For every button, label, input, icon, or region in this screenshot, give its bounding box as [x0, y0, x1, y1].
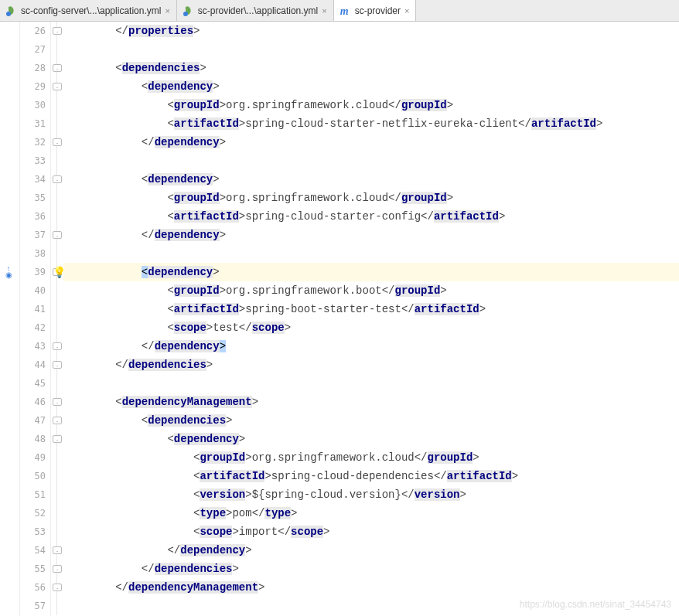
code-line[interactable]: </properties>	[63, 22, 679, 40]
line-number: 30	[20, 96, 46, 114]
tab-label: sc-provider	[355, 5, 401, 16]
fold-toggle[interactable]: -	[53, 27, 62, 35]
line-number: 40	[20, 281, 46, 300]
code-line[interactable]: </dependencyManagement>	[63, 578, 679, 597]
fold-toggle[interactable]: -	[53, 584, 62, 591]
code-line[interactable]: </dependency>	[63, 337, 679, 356]
line-number-gutter: 2627282930313233343536373839404142434445…	[20, 22, 51, 616]
editor-tabs: sc-config-server\...\application.yml ×sc…	[0, 0, 679, 22]
fold-toggle[interactable]: -	[53, 175, 62, 183]
line-number: 48	[20, 430, 46, 448]
editor-area: ↑◉ 2627282930313233343536373839404142434…	[0, 22, 679, 616]
code-line[interactable]: <type>pom</type>	[63, 504, 679, 522]
intention-bulb-icon[interactable]: 💡	[53, 266, 66, 279]
code-line[interactable]: <dependencies>	[63, 59, 679, 77]
code-line[interactable]: </dependencies>	[63, 356, 679, 374]
code-line[interactable]: <scope>import</scope>	[63, 522, 679, 541]
line-number: 47	[20, 411, 46, 430]
code-line[interactable]	[63, 40, 679, 59]
line-number: 41	[20, 300, 46, 318]
fold-toggle[interactable]: -	[53, 417, 62, 424]
fold-toggle[interactable]: -	[53, 398, 62, 406]
code-line[interactable]: <artifactId>spring-cloud-dependencies</a…	[63, 467, 679, 485]
fold-toggle[interactable]: -	[53, 546, 62, 554]
tab-label: sc-provider\...\application.yml	[198, 5, 318, 16]
fold-column: ---------------	[51, 22, 63, 616]
tab-1[interactable]: sc-provider\...\application.yml ×	[177, 0, 334, 21]
code-line[interactable]: </dependency>	[63, 133, 679, 151]
fold-toggle[interactable]: -	[53, 64, 62, 72]
line-number: 46	[20, 393, 46, 411]
yaml-file-icon	[6, 5, 17, 16]
code-line[interactable]: <scope>test</scope>	[63, 318, 679, 337]
code-line[interactable]: <artifactId>spring-cloud-starter-config<…	[63, 207, 679, 226]
code-line[interactable]: <groupId>org.springframework.cloud</grou…	[63, 96, 679, 114]
code-line[interactable]	[63, 151, 679, 170]
line-number: 45	[20, 374, 46, 393]
line-number: 52	[20, 504, 46, 522]
line-number: 42	[20, 318, 46, 337]
watermark-text: https://blog.csdn.net/sinat_34454743	[520, 599, 671, 610]
code-line[interactable]: <dependency>	[63, 263, 679, 281]
line-number: 33	[20, 151, 46, 170]
fold-toggle[interactable]: -	[53, 435, 62, 443]
marker-column: ↑◉	[0, 22, 20, 616]
line-number: 36	[20, 207, 46, 226]
line-number: 26	[20, 22, 46, 40]
code-line[interactable]	[63, 244, 679, 263]
code-line[interactable]: </dependency>	[63, 226, 679, 244]
line-number: 32	[20, 133, 46, 151]
code-line[interactable]: <dependencyManagement>	[63, 393, 679, 411]
line-number: 27	[20, 40, 46, 59]
code-line[interactable]	[63, 374, 679, 393]
line-number: 49	[20, 448, 46, 467]
code-line[interactable]: <groupId>org.springframework.boot</group…	[63, 281, 679, 300]
line-number: 44	[20, 356, 46, 374]
line-number: 56	[20, 578, 46, 597]
code-line[interactable]: <dependency>	[63, 430, 679, 448]
fold-toggle[interactable]: -	[53, 342, 62, 350]
code-line[interactable]: <dependency>	[63, 77, 679, 96]
line-number: 38	[20, 244, 46, 263]
yaml-file-icon	[183, 5, 194, 16]
fold-toggle[interactable]: -	[53, 565, 62, 573]
line-number: 57	[20, 597, 46, 615]
line-number: 39	[20, 263, 46, 281]
code-line[interactable]: <artifactId>spring-cloud-starter-netflix…	[63, 114, 679, 133]
code-area[interactable]: </properties> <dependencies> <dependency…	[63, 22, 679, 616]
close-icon[interactable]: ×	[165, 6, 169, 15]
code-line[interactable]: <dependencies>	[63, 411, 679, 430]
tab-0[interactable]: sc-config-server\...\application.yml ×	[0, 0, 177, 21]
code-line[interactable]: <artifactId>spring-boot-starter-test</ar…	[63, 300, 679, 318]
close-icon[interactable]: ×	[322, 6, 326, 15]
code-line[interactable]: <version>${spring-cloud.version}</versio…	[63, 485, 679, 504]
line-number: 55	[20, 560, 46, 578]
code-line[interactable]: <dependency>	[63, 170, 679, 189]
line-number: 31	[20, 114, 46, 133]
maven-file-icon: m	[340, 5, 351, 16]
close-icon[interactable]: ×	[404, 6, 409, 15]
code-line[interactable]: </dependency>	[63, 541, 679, 560]
fold-toggle[interactable]: -	[53, 361, 62, 369]
tab-label: sc-config-server\...\application.yml	[21, 5, 161, 16]
line-number: 29	[20, 77, 46, 96]
code-line[interactable]: </dependencies>	[63, 560, 679, 578]
fold-toggle[interactable]: -	[53, 138, 62, 146]
tab-2[interactable]: msc-provider ×	[334, 0, 417, 21]
fold-toggle[interactable]: -	[53, 83, 62, 90]
line-number: 35	[20, 189, 46, 207]
line-number: 34	[20, 170, 46, 189]
line-number: 53	[20, 522, 46, 541]
code-line[interactable]: <groupId>org.springframework.cloud</grou…	[63, 448, 679, 467]
line-number: 50	[20, 467, 46, 485]
line-number: 51	[20, 485, 46, 504]
code-line[interactable]: <groupId>org.springframework.cloud</grou…	[63, 189, 679, 207]
fold-toggle[interactable]: -	[53, 231, 62, 239]
line-number: 37	[20, 226, 46, 244]
override-icon[interactable]: ↑◉	[5, 266, 12, 278]
svg-point-1	[183, 12, 188, 16]
line-number: 43	[20, 337, 46, 356]
line-number: 28	[20, 59, 46, 77]
svg-point-0	[6, 12, 11, 16]
line-number: 54	[20, 541, 46, 560]
